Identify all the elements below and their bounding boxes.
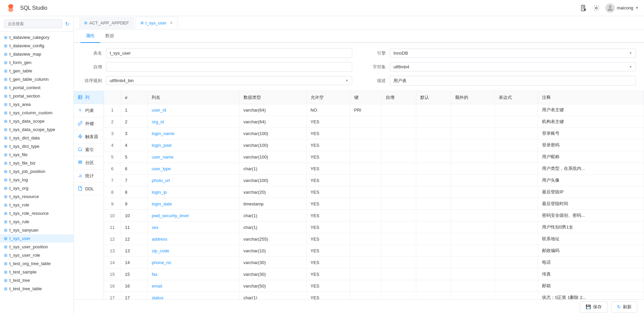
sort-select[interactable]: utf8mb4_bin ▼ (106, 76, 352, 85)
tab-tab2[interactable]: ⊞ t_sys_user✕ (136, 17, 178, 29)
cell-extra (451, 210, 494, 222)
nav-item-ddl[interactable]: DDL (74, 183, 104, 195)
cell-extra (451, 268, 494, 280)
cell-name: address (148, 233, 239, 245)
table-row[interactable]: 77photo_urlvarchar(100)YES用户头像 (104, 175, 644, 186)
charset-select[interactable]: utf8mb4 ▼ (390, 62, 636, 71)
sidebar-item-t_dataview_category[interactable]: ⊞ t_dataview_category (0, 33, 73, 42)
sidebar-item-t_sys_user_position[interactable]: ⊞ t_sys_user_position (0, 243, 73, 251)
sidebar-item-t_sys_org[interactable]: ⊞ t_sys_org (0, 184, 73, 192)
user-info[interactable]: maicong ▼ (605, 3, 639, 13)
table-row[interactable]: 44login_pwdvarchar(100)YES登录密码 (104, 139, 644, 151)
auto-incr-input[interactable] (106, 62, 352, 72)
table-row[interactable]: 1616emailvarchar(50)YES邮箱 (104, 280, 644, 292)
settings-icon[interactable] (593, 4, 600, 12)
table-row[interactable]: 1313zip_codevarchar(10)YES邮政编码 (104, 245, 644, 257)
cell-rownum: 10 (104, 210, 121, 222)
data-table-wrapper[interactable]: #列名数据类型允许空键自增默认额外的表达式注释11user_idvarchar(… (104, 91, 644, 299)
sidebar-item-t_sys_data_scope[interactable]: ⊞ t_sys_data_scope (0, 117, 73, 125)
top-nav-right: maicong ▼ (580, 3, 639, 13)
table-row[interactable]: 11user_idvarchar(64)NOPRI用户表主键 (104, 104, 644, 116)
sidebar-item-t_dataview_config[interactable]: ⊞ t_dataview_config (0, 42, 73, 50)
ddl-icon (78, 186, 83, 192)
cell-extra (451, 233, 494, 245)
tab-close-icon[interactable]: ✕ (170, 21, 173, 25)
table-row[interactable]: 1111sexchar(1)YES用户性别0男1女 (104, 222, 644, 233)
table-row[interactable]: 55user_namevarchar(100)YES用户昵称 (104, 151, 644, 163)
sidebar-item-t_sys_job_position[interactable]: ⊞ t_sys_job_position (0, 167, 73, 176)
sidebar-item-t_sys_data_scope_type[interactable]: ⊞ t_sys_data_scope_type (0, 125, 73, 134)
sidebar-item-t_sys_file[interactable]: ⊞ t_sys_file (0, 150, 73, 159)
table-row[interactable]: 33login_namevarchar(100)YES登录账号 (104, 128, 644, 139)
cell-key (350, 222, 382, 233)
sidebar-item-t_sys_column_custom[interactable]: ⊞ t_sys_column_custom (0, 109, 73, 117)
nav-item-columns[interactable]: 列 (74, 91, 104, 104)
sidebar-item-t_sys_dict_data[interactable]: ⊞ t_sys_dict_data (0, 134, 73, 142)
sidebar-item-t_sys_role[interactable]: ⊞ t_sys_role (0, 201, 73, 209)
sidebar-item-t_sys_rule[interactable]: ⊞ t_sys_rule (0, 217, 73, 226)
cell-auto (382, 198, 416, 210)
sidebar-item-t_test_tree_table[interactable]: ⊞ t_test_tree_table (0, 285, 73, 293)
nav-item-constraints[interactable]: 约束 (74, 104, 104, 117)
table-row[interactable]: 1414phone_novarchar(30)YES电话 (104, 257, 644, 268)
sidebar-item-t_portal_section[interactable]: ⊞ t_portal_section (0, 92, 73, 100)
cell-extra (451, 257, 494, 268)
sidebar-item-t_sys_role_resource[interactable]: ⊞ t_sys_role_resource (0, 209, 73, 217)
charset-row: 字符集 utf8mb4 ▼ (366, 62, 636, 72)
sidebar-item-t_test_sample[interactable]: ⊞ t_test_sample (0, 268, 73, 276)
sidebar-item-t_sys_sanyuan[interactable]: ⊞ t_sys_sanyuan (0, 226, 73, 234)
sidebar-item-label: t_sys_role_resource (9, 211, 49, 216)
sidebar-item-t_test_tree[interactable]: ⊞ t_test_tree (0, 276, 73, 285)
sidebar-item-t_sys_user[interactable]: ⊞ t_sys_user (0, 234, 73, 243)
sidebar-item-t_test_org_tree_table[interactable]: ⊞ t_test_org_tree_table (0, 259, 73, 268)
nav-item-partitions[interactable]: 分区 (74, 156, 104, 170)
nav-item-indexes[interactable]: 索引 (74, 143, 104, 156)
search-input[interactable] (4, 19, 62, 28)
engine-select[interactable]: InnoDB ▼ (390, 49, 636, 58)
sidebar-item-t_sys_user_role[interactable]: ⊞ t_sys_user_role (0, 251, 73, 259)
sidebar-item-t_form_gen[interactable]: ⊞ t_form_gen (0, 58, 73, 67)
engine-row: 引擎 InnoDB ▼ (366, 48, 636, 58)
sidebar-item-t_sys_area[interactable]: ⊞ t_sys_area (0, 100, 73, 109)
refresh-button[interactable]: ↻ 刷新 (611, 301, 637, 313)
panel-tab-data[interactable]: 数据 (100, 29, 119, 43)
table-name-input[interactable] (106, 48, 352, 58)
panel-tab-attr[interactable]: 属性 (80, 29, 100, 43)
cell-extra (451, 280, 494, 292)
nav-item-stats[interactable]: 统计 (74, 170, 104, 183)
sidebar-item-t_sys_dict_type[interactable]: ⊞ t_sys_dict_type (0, 142, 73, 150)
sidebar-item-label: t_sys_file (9, 152, 28, 157)
cell-extra (451, 245, 494, 257)
cell-name: user_id (148, 104, 239, 116)
sidebar-item-t_sys_log[interactable]: ⊞ t_sys_log (0, 176, 73, 184)
table-icon: ⊞ (4, 94, 7, 99)
sidebar-item-t_portal_context[interactable]: ⊞ t_portal_context (0, 83, 73, 92)
sidebar-item-t_sys_resource[interactable]: ⊞ t_sys_resource (0, 192, 73, 201)
table-row[interactable]: 99login_datetimestampYES最后登陆时间 (104, 198, 644, 210)
table-row[interactable]: 1212addressvarchar(255)YES联系地址 (104, 233, 644, 245)
sidebar-item-t_gen_table_column[interactable]: ⊞ t_gen_table_column (0, 75, 73, 83)
table-row[interactable]: 22org_idvarchar(64)YES机构表主键 (104, 116, 644, 128)
tab-tab1[interactable]: ⊞ ACT_APP_APPDEF (79, 17, 134, 29)
sidebar-item-t_sys_file_biz[interactable]: ⊞ t_sys_file_biz (0, 159, 73, 167)
table-row[interactable]: 1010pwd_security_levelchar(1)YES密码安全级别、密… (104, 210, 644, 222)
sidebar-item-t_dataview_map[interactable]: ⊞ t_dataview_map (0, 50, 73, 58)
table-row[interactable]: 1717statuschar(1)YES状态：0正第 1删除 2... (104, 292, 644, 300)
sidebar-item-t_gen_table[interactable]: ⊞ t_gen_table (0, 67, 73, 75)
cell-num: 8 (121, 186, 148, 198)
table-row[interactable]: 88login_ipvarchar(20)YES最后登陆IP (104, 186, 644, 198)
refresh-icon[interactable]: ↻ (65, 21, 69, 27)
document-icon[interactable] (580, 4, 587, 12)
cell-default (416, 233, 451, 245)
sidebar: ↻ ⊞ t_dataview_category ⊞ t_dataview_con… (0, 16, 74, 314)
desc-input[interactable] (390, 76, 636, 85)
cell-num: 7 (121, 175, 148, 186)
cell-nullable: YES (306, 222, 350, 233)
nav-item-foreign_keys[interactable]: 外键 (74, 117, 104, 130)
table-icon: ⊞ (4, 127, 7, 132)
main-panel: 属性数据 表名 引擎 InnoDB ▼ 自增 (74, 29, 644, 299)
table-row[interactable]: 1515faxvarchar(30)YES传真 (104, 268, 644, 280)
save-button[interactable]: 💾 保存 (580, 301, 607, 313)
nav-item-triggers[interactable]: 触发器 (74, 130, 104, 143)
table-row[interactable]: 66user_typechar(1)YES用户类型，在系统内... (104, 163, 644, 175)
